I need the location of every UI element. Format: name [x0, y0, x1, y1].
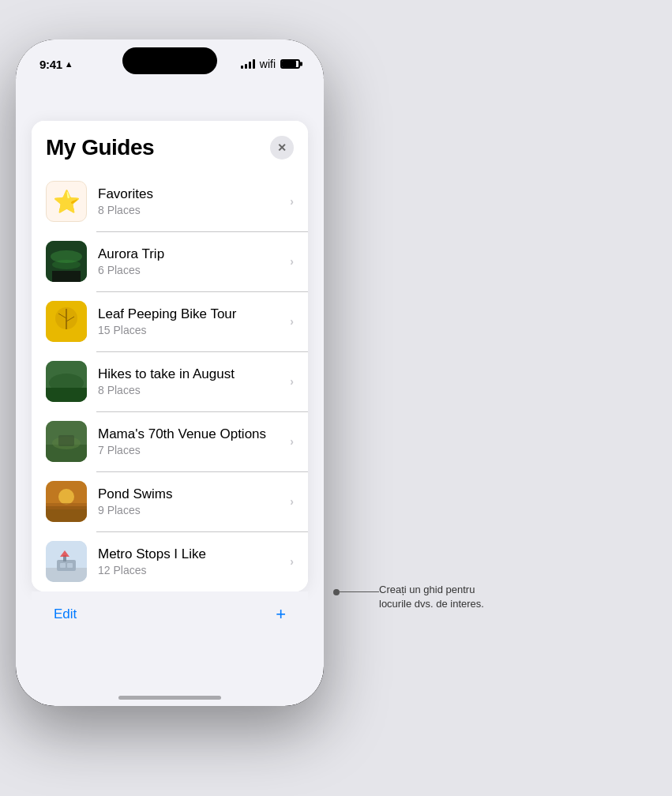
chevron-right-icon: › [290, 315, 294, 328]
guide-info-aurora-trip: Aurora Trip6 Places [98, 246, 283, 276]
svg-point-17 [58, 489, 74, 505]
guide-name: Mama's 70th Venue Options [98, 426, 283, 442]
chevron-right-icon: › [290, 375, 294, 388]
svg-rect-11 [46, 388, 87, 402]
guide-info-metro-stops: Metro Stops I Like12 Places [98, 546, 283, 576]
list-item[interactable]: Leaf Peeping Bike Tour15 Places› [32, 291, 308, 351]
guide-places-count: 9 Places [98, 504, 283, 516]
guide-name: Favorites [98, 186, 283, 202]
metro-thumbnail [46, 541, 87, 582]
location-icon: ▲ [65, 59, 73, 69]
guide-thumbnail-pond-swims [46, 481, 87, 522]
guide-info-mama: Mama's 70th Venue Options7 Places [98, 426, 283, 456]
guide-name: Metro Stops I Like [98, 546, 283, 562]
svg-point-2 [52, 260, 81, 269]
chevron-right-icon: › [290, 495, 294, 508]
hikes-thumbnail [46, 361, 87, 402]
signal-icon [241, 59, 255, 69]
sheet-title: My Guides [46, 135, 154, 160]
aurora-thumbnail [46, 241, 87, 282]
list-item[interactable]: Hikes to take in August8 Places› [32, 351, 308, 411]
svg-rect-22 [57, 560, 76, 571]
guide-places-count: 7 Places [98, 444, 283, 456]
star-icon: ⭐ [53, 189, 81, 215]
guide-thumbnail-favorites: ⭐ [46, 181, 87, 222]
wifi-icon: wifi [260, 58, 276, 70]
svg-rect-3 [52, 271, 81, 282]
guide-places-count: 12 Places [98, 564, 283, 576]
guide-list: ⭐Favorites8 Places› Aurora Trip6 Places›… [32, 171, 308, 591]
guide-thumbnail-mama [46, 421, 87, 462]
bottom-toolbar: Edit + [32, 591, 308, 637]
main-content: My Guides ✕ ⭐Favorites8 Places› Aurora T… [16, 77, 324, 637]
annotation-line [333, 589, 379, 595]
guide-name: Leaf Peeping Bike Tour [98, 306, 283, 322]
chevron-right-icon: › [290, 255, 294, 268]
guide-info-favorites: Favorites8 Places [98, 186, 283, 216]
chevron-right-icon: › [290, 195, 294, 208]
close-button[interactable]: ✕ [270, 136, 294, 160]
list-item[interactable]: Pond Swims9 Places› [32, 471, 308, 531]
guide-thumbnail-aurora-trip [46, 241, 87, 282]
guide-places-count: 8 Places [98, 384, 283, 396]
svg-rect-23 [60, 563, 66, 568]
list-item[interactable]: Metro Stops I Like12 Places› [32, 531, 308, 591]
chevron-right-icon: › [290, 555, 294, 568]
svg-rect-19 [46, 503, 87, 509]
guide-places-count: 6 Places [98, 264, 283, 276]
guide-info-hikes: Hikes to take in August8 Places [98, 366, 283, 396]
phone-screen: 9:41 ▲ wifi [16, 39, 324, 706]
guide-name: Aurora Trip [98, 246, 283, 262]
svg-rect-15 [58, 435, 74, 446]
chevron-right-icon: › [290, 435, 294, 448]
guide-places-count: 15 Places [98, 324, 283, 336]
list-item[interactable]: Mama's 70th Venue Options7 Places› [32, 411, 308, 471]
guide-thumbnail-hikes [46, 361, 87, 402]
leaf-thumbnail [46, 301, 87, 342]
dynamic-island [122, 47, 217, 74]
pond-thumbnail [46, 481, 87, 522]
status-icons: wifi [241, 58, 300, 70]
mama-thumbnail [46, 421, 87, 462]
guide-name: Hikes to take in August [98, 366, 283, 382]
status-time: 9:41 [39, 58, 62, 71]
list-item[interactable]: ⭐Favorites8 Places› [32, 171, 308, 231]
edit-button[interactable]: Edit [54, 606, 77, 622]
guide-thumbnail-leaf-peeping [46, 301, 87, 342]
home-indicator [118, 696, 221, 700]
guide-thumbnail-metro-stops [46, 541, 87, 582]
phone-frame: 9:41 ▲ wifi [16, 39, 324, 706]
guide-info-leaf-peeping: Leaf Peeping Bike Tour15 Places [98, 306, 283, 336]
sheet-header: My Guides ✕ [32, 121, 308, 171]
annotation: Creați un ghid pentru locurile dvs. de i… [333, 583, 497, 611]
svg-rect-24 [67, 563, 73, 568]
guide-name: Pond Swims [98, 486, 283, 502]
close-icon: ✕ [277, 141, 287, 154]
list-item[interactable]: Aurora Trip6 Places› [32, 231, 308, 291]
guide-places-count: 8 Places [98, 204, 283, 216]
guide-info-pond-swims: Pond Swims9 Places [98, 486, 283, 516]
annotation-dot [333, 589, 340, 595]
annotation-text: Creați un ghid pentru locurile dvs. de i… [379, 583, 497, 611]
annotation-dash [340, 591, 379, 592]
add-guide-button[interactable]: + [276, 604, 286, 625]
battery-icon [280, 59, 300, 69]
sheet-container: My Guides ✕ ⭐Favorites8 Places› Aurora T… [32, 121, 308, 591]
